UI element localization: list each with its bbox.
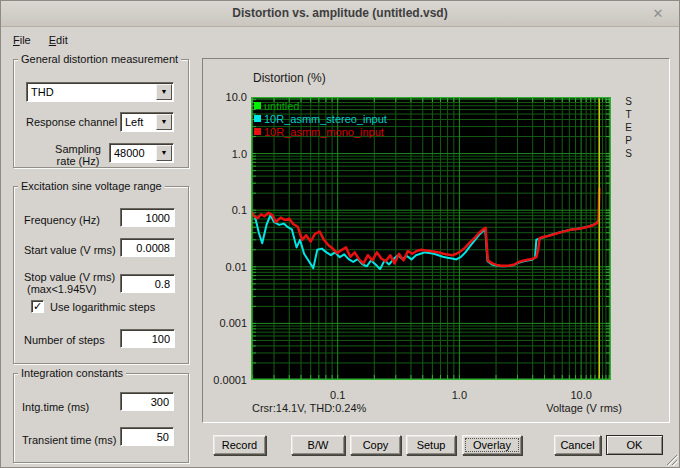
legend-swatch-icon [254,115,261,122]
plot-legend: untitled10R_asmm_stereo_input10R_asmm_mo… [254,99,387,138]
menu-file-accel: F [13,34,20,46]
menubar: File Edit [3,28,78,50]
titlebar[interactable]: Distortion vs. amplitude (untitled.vsd) … [1,1,679,27]
legend-label: untitled [264,100,299,112]
close-icon[interactable]: ✕ [649,5,667,23]
group-excitation-label: Excitation sine voltage range [18,180,165,192]
legend-label: 10R_asmm_mono_input [264,126,384,138]
menu-edit[interactable]: Edit [43,30,74,48]
frequency-label: Frequency (Hz) [24,214,100,226]
legend-label: 10R_asmm_stereo_input [264,113,387,125]
y-tick-label: 1.0 [203,148,247,160]
legend-item: 10R_asmm_mono_input [254,125,387,138]
transient-time-input[interactable] [120,427,174,446]
menu-file-rest: ile [20,34,31,46]
log-steps-label: Use logarithmic steps [50,301,155,313]
transient-time-label: Transient time (ms) [22,434,116,446]
response-channel-value: Left [121,116,155,128]
stop-value-input[interactable] [120,274,175,293]
start-value-label: Start value (V rms) [24,244,116,256]
y-tick-label: 10.0 [203,91,247,103]
sampling-rate-label-line1: Sampling [49,143,107,155]
group-general-label: General distortion measurement [18,53,181,65]
group-integration-label: Integration constants [18,367,126,379]
menu-edit-accel: E [49,34,56,46]
chevron-down-icon[interactable]: ▼ [156,145,172,161]
frequency-input[interactable] [120,208,175,227]
distortion-plot[interactable] [251,97,611,380]
copy-button[interactable]: Copy [350,435,401,455]
response-channel-label: Response channel [26,116,117,128]
record-button[interactable]: Record [213,435,266,455]
chart-title: Distortion (%) [253,71,326,85]
group-general-distortion: General distortion measurement THD ▼ Res… [13,59,189,168]
legend-item: untitled [254,99,387,112]
plot-canvas [251,97,611,380]
sampling-rate-value: 48000 [110,147,155,159]
graph-panel: Distortion (%) 10.01.00.10.010.0010.0001… [202,58,670,423]
bw-button[interactable]: B/W [291,435,345,455]
menu-file[interactable]: File [7,30,37,48]
response-channel-select[interactable]: Left ▼ [120,112,174,132]
stop-value-label: Stop value (V rms) [24,271,115,283]
group-integration-constants: Integration constants Intg.time (ms) Tra… [13,373,189,463]
legend-item: 10R_asmm_stereo_input [254,112,387,125]
x-axis-title: Voltage (V rms) [502,402,622,414]
ok-button[interactable]: OK [606,435,663,455]
cancel-button[interactable]: Cancel [554,435,601,455]
stop-value-max-label: (max<1.945V) [27,283,96,295]
start-value-input[interactable] [120,238,175,257]
measurement-type-select[interactable]: THD ▼ [26,82,174,102]
cursor-readout: Crsr:14.1V, THD:0.24% [252,402,366,414]
legend-swatch-icon [254,102,261,109]
dialog-window: Distortion vs. amplitude (untitled.vsd) … [0,0,680,468]
chevron-down-icon[interactable]: ▼ [156,114,172,130]
setup-button[interactable]: Setup [406,435,456,455]
resize-grip[interactable] [665,453,678,466]
x-tick-label: 0.1 [318,389,358,401]
log-steps-checkbox[interactable]: ✓ [31,300,44,313]
checkmark-icon: ✓ [33,300,42,312]
chevron-down-icon[interactable]: ▼ [156,84,172,100]
overlay-button[interactable]: Overlay [462,435,522,455]
sampling-rate-label-line2: rate (Hz) [49,155,107,167]
number-of-steps-label: Number of steps [24,334,105,346]
intg-time-label: Intg.time (ms) [22,401,89,413]
steps-axis-label: STEPS [623,96,634,161]
menu-edit-rest: dit [56,34,68,46]
sampling-rate-select[interactable]: 48000 ▼ [109,143,174,163]
x-tick-label: 10.0 [561,389,601,401]
y-tick-label: 0.01 [203,261,247,273]
measurement-type-value: THD [27,86,155,98]
y-tick-label: 0.0001 [203,374,247,386]
number-of-steps-input[interactable] [120,329,175,348]
group-excitation-range: Excitation sine voltage range Frequency … [13,186,189,364]
sampling-rate-label: Sampling rate (Hz) [49,143,107,167]
legend-swatch-icon [254,128,261,135]
window-title: Distortion vs. amplitude (untitled.vsd) [1,6,679,20]
y-tick-label: 0.001 [203,317,247,329]
x-tick-label: 1.0 [439,389,479,401]
y-tick-label: 0.1 [203,204,247,216]
intg-time-input[interactable] [120,392,174,411]
